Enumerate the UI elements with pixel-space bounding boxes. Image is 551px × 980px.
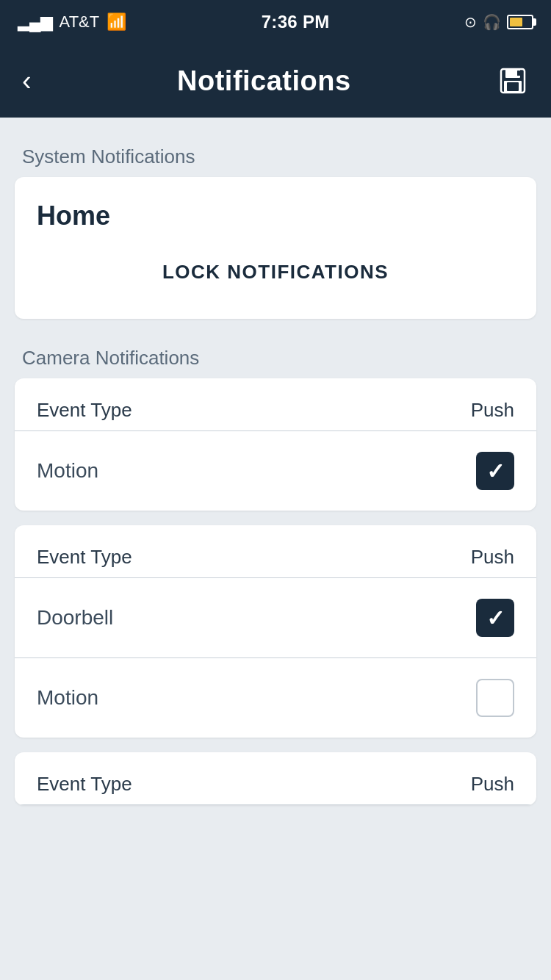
table-row-motion-2: Motion [15,658,536,738]
col-event-type-2: Event Type [37,546,132,569]
event-table-2: Event Type Push Doorbell Motion [15,525,536,738]
camera-notifications-label: Camera Notifications [0,334,551,378]
back-button[interactable]: ‹ [22,67,32,95]
camera-card-2: Event Type Push Doorbell Motion [15,525,536,738]
system-card-title: Home [37,201,514,231]
carrier-label: AT&T [60,12,100,32]
row-motion-label-1: Motion [37,459,98,483]
table-row-doorbell: Doorbell [15,578,536,658]
camera-card-3: Event Type Push [15,752,536,805]
checkbox-motion-2[interactable] [476,679,514,717]
svg-rect-3 [507,82,519,91]
col-push-2: Push [471,546,514,569]
system-notifications-label: System Notifications [0,132,551,177]
event-table-3: Event Type Push [15,752,536,805]
table-header-1: Event Type Push [15,378,536,431]
wifi-icon: 📶 [107,12,126,32]
battery-icon [507,15,533,29]
col-push-3: Push [471,773,514,796]
camera-card-1: Event Type Push Motion [15,378,536,511]
status-bar: ▂▄▆ AT&T 📶 7:36 PM ⊙ 🎧 [0,0,551,44]
checkbox-doorbell[interactable] [476,599,514,637]
system-notifications-card: Home LOCK NOTIFICATIONS [15,177,536,319]
col-event-type-1: Event Type [37,399,132,422]
table-header-3: Event Type Push [15,752,536,805]
status-right: ⊙ 🎧 [464,13,533,31]
signal-icon: ▂▄▆ [18,12,52,32]
lock-notifications-button[interactable]: LOCK NOTIFICATIONS [37,249,514,295]
location-icon: ⊙ [464,13,477,31]
event-table-1: Event Type Push Motion [15,378,536,511]
col-event-type-3: Event Type [37,773,132,796]
table-row-motion-1: Motion [15,431,536,511]
main-content: System Notifications Home LOCK NOTIFICAT… [0,118,551,835]
table-header-2: Event Type Push [15,525,536,578]
svg-rect-4 [517,71,520,76]
row-doorbell-label: Doorbell [37,606,113,630]
row-motion-label-2: Motion [37,686,98,710]
col-push-1: Push [471,399,514,422]
status-time: 7:36 PM [262,12,330,32]
checkbox-motion-1[interactable] [476,452,514,490]
page-title: Notifications [177,65,351,97]
headphones-icon: 🎧 [483,13,501,31]
nav-bar: ‹ Notifications [0,44,551,118]
save-button[interactable] [497,65,529,97]
status-left: ▂▄▆ AT&T 📶 [18,12,126,32]
